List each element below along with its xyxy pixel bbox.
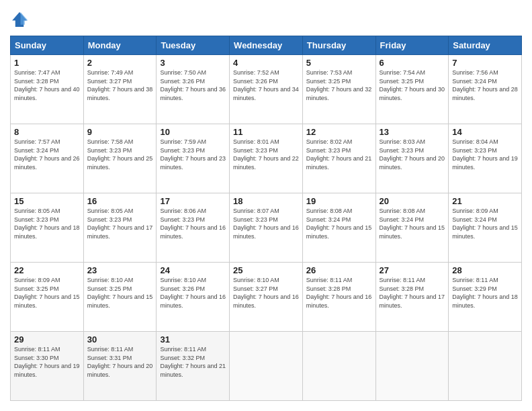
calendar-cell: 16Sunrise: 8:05 AMSunset: 3:23 PMDayligh… xyxy=(83,193,157,263)
calendar-cell: 25Sunrise: 8:10 AMSunset: 3:27 PMDayligh… xyxy=(230,263,303,332)
day-header-saturday: Saturday xyxy=(449,36,522,55)
week-row-1: 1Sunrise: 7:47 AMSunset: 3:28 PMDaylight… xyxy=(11,55,522,124)
day-detail: Sunrise: 8:07 AMSunset: 3:23 PMDaylight:… xyxy=(233,207,299,240)
calendar-cell: 9Sunrise: 7:58 AMSunset: 3:23 PMDaylight… xyxy=(83,124,157,193)
calendar-cell: 24Sunrise: 8:10 AMSunset: 3:26 PMDayligh… xyxy=(157,263,230,332)
day-detail: Sunrise: 8:11 AMSunset: 3:32 PMDaylight:… xyxy=(160,345,226,379)
logo-icon xyxy=(10,10,29,29)
calendar-cell: 14Sunrise: 8:04 AMSunset: 3:23 PMDayligh… xyxy=(449,124,522,193)
day-detail: Sunrise: 8:10 AMSunset: 3:25 PMDaylight:… xyxy=(87,276,153,310)
day-detail: Sunrise: 7:57 AMSunset: 3:24 PMDaylight:… xyxy=(14,138,80,171)
day-number: 21 xyxy=(452,196,518,206)
calendar-cell: 2Sunrise: 7:49 AMSunset: 3:27 PMDaylight… xyxy=(83,55,157,124)
calendar-cell: 21Sunrise: 8:09 AMSunset: 3:24 PMDayligh… xyxy=(449,193,522,263)
day-detail: Sunrise: 7:54 AMSunset: 3:25 PMDaylight:… xyxy=(380,68,445,102)
day-number: 16 xyxy=(87,196,153,206)
calendar-cell: 1Sunrise: 7:47 AMSunset: 3:28 PMDaylight… xyxy=(11,55,84,124)
day-number: 13 xyxy=(380,127,445,137)
day-number: 22 xyxy=(14,265,80,275)
day-number: 11 xyxy=(233,127,299,137)
week-row-3: 15Sunrise: 8:05 AMSunset: 3:23 PMDayligh… xyxy=(11,193,522,263)
day-number: 24 xyxy=(160,265,226,275)
day-detail: Sunrise: 8:10 AMSunset: 3:26 PMDaylight:… xyxy=(160,276,226,310)
calendar-cell: 18Sunrise: 8:07 AMSunset: 3:23 PMDayligh… xyxy=(230,193,303,263)
calendar-cell: 19Sunrise: 8:08 AMSunset: 3:24 PMDayligh… xyxy=(302,193,375,263)
calendar-cell: 23Sunrise: 8:10 AMSunset: 3:25 PMDayligh… xyxy=(83,263,157,332)
day-number: 1 xyxy=(14,58,80,68)
calendar-cell: 11Sunrise: 8:01 AMSunset: 3:23 PMDayligh… xyxy=(230,124,303,193)
svg-marker-1 xyxy=(21,12,28,25)
day-detail: Sunrise: 8:03 AMSunset: 3:23 PMDaylight:… xyxy=(380,138,445,171)
day-detail: Sunrise: 8:08 AMSunset: 3:24 PMDaylight:… xyxy=(306,207,372,240)
calendar-cell: 12Sunrise: 8:02 AMSunset: 3:23 PMDayligh… xyxy=(302,124,375,193)
day-number: 3 xyxy=(160,58,226,68)
day-detail: Sunrise: 8:09 AMSunset: 3:24 PMDaylight:… xyxy=(452,207,518,240)
calendar-cell: 28Sunrise: 8:11 AMSunset: 3:29 PMDayligh… xyxy=(449,263,522,332)
day-detail: Sunrise: 7:49 AMSunset: 3:27 PMDaylight:… xyxy=(87,68,153,102)
day-detail: Sunrise: 8:09 AMSunset: 3:25 PMDaylight:… xyxy=(14,276,80,310)
day-header-tuesday: Tuesday xyxy=(157,36,230,55)
calendar-header-row: SundayMondayTuesdayWednesdayThursdayFrid… xyxy=(11,36,522,55)
day-number: 29 xyxy=(14,334,80,345)
day-header-thursday: Thursday xyxy=(302,36,375,55)
day-detail: Sunrise: 8:10 AMSunset: 3:27 PMDaylight:… xyxy=(233,276,299,310)
day-number: 12 xyxy=(306,127,372,137)
day-number: 26 xyxy=(306,265,372,275)
calendar-cell: 10Sunrise: 7:59 AMSunset: 3:23 PMDayligh… xyxy=(157,124,230,193)
day-number: 28 xyxy=(452,265,518,275)
day-header-monday: Monday xyxy=(83,36,157,55)
calendar-cell: 17Sunrise: 8:06 AMSunset: 3:23 PMDayligh… xyxy=(157,193,230,263)
day-detail: Sunrise: 7:58 AMSunset: 3:23 PMDaylight:… xyxy=(87,138,153,171)
day-detail: Sunrise: 7:47 AMSunset: 3:28 PMDaylight:… xyxy=(14,68,80,102)
calendar-cell: 22Sunrise: 8:09 AMSunset: 3:25 PMDayligh… xyxy=(11,263,84,332)
day-number: 25 xyxy=(233,265,299,275)
day-detail: Sunrise: 8:11 AMSunset: 3:31 PMDaylight:… xyxy=(87,345,153,379)
day-number: 5 xyxy=(306,58,372,68)
calendar-cell: 4Sunrise: 7:52 AMSunset: 3:26 PMDaylight… xyxy=(230,55,303,124)
logo xyxy=(10,10,32,29)
calendar-table: SundayMondayTuesdayWednesdayThursdayFrid… xyxy=(10,36,522,401)
day-number: 23 xyxy=(87,265,153,275)
day-detail: Sunrise: 8:06 AMSunset: 3:23 PMDaylight:… xyxy=(160,207,226,240)
day-detail: Sunrise: 8:01 AMSunset: 3:23 PMDaylight:… xyxy=(233,138,299,171)
day-detail: Sunrise: 8:02 AMSunset: 3:23 PMDaylight:… xyxy=(306,138,372,171)
header xyxy=(10,10,522,29)
calendar-cell: 29Sunrise: 8:11 AMSunset: 3:30 PMDayligh… xyxy=(11,332,84,401)
day-detail: Sunrise: 7:50 AMSunset: 3:26 PMDaylight:… xyxy=(160,68,226,102)
day-number: 6 xyxy=(380,58,445,68)
calendar-cell: 30Sunrise: 8:11 AMSunset: 3:31 PMDayligh… xyxy=(83,332,157,401)
calendar-cell: 20Sunrise: 8:08 AMSunset: 3:24 PMDayligh… xyxy=(375,193,449,263)
day-header-friday: Friday xyxy=(375,36,449,55)
day-number: 18 xyxy=(233,196,299,206)
calendar-cell: 5Sunrise: 7:53 AMSunset: 3:25 PMDaylight… xyxy=(302,55,375,124)
calendar-cell xyxy=(230,332,303,401)
day-detail: Sunrise: 8:04 AMSunset: 3:23 PMDaylight:… xyxy=(452,138,518,171)
week-row-4: 22Sunrise: 8:09 AMSunset: 3:25 PMDayligh… xyxy=(11,263,522,332)
day-number: 8 xyxy=(14,127,80,137)
day-detail: Sunrise: 8:11 AMSunset: 3:30 PMDaylight:… xyxy=(14,345,80,379)
day-number: 19 xyxy=(306,196,372,206)
calendar-cell: 6Sunrise: 7:54 AMSunset: 3:25 PMDaylight… xyxy=(375,55,449,124)
calendar-cell xyxy=(375,332,449,401)
day-header-wednesday: Wednesday xyxy=(230,36,303,55)
day-detail: Sunrise: 7:52 AMSunset: 3:26 PMDaylight:… xyxy=(233,68,299,102)
calendar-cell: 7Sunrise: 7:56 AMSunset: 3:24 PMDaylight… xyxy=(449,55,522,124)
day-number: 7 xyxy=(452,58,518,68)
day-detail: Sunrise: 8:11 AMSunset: 3:28 PMDaylight:… xyxy=(306,276,372,310)
day-header-sunday: Sunday xyxy=(11,36,84,55)
day-detail: Sunrise: 7:59 AMSunset: 3:23 PMDaylight:… xyxy=(160,138,226,171)
day-number: 4 xyxy=(233,58,299,68)
day-number: 31 xyxy=(160,334,226,345)
calendar-cell: 26Sunrise: 8:11 AMSunset: 3:28 PMDayligh… xyxy=(302,263,375,332)
day-detail: Sunrise: 8:08 AMSunset: 3:24 PMDaylight:… xyxy=(380,207,445,240)
day-number: 27 xyxy=(380,265,445,275)
calendar-cell xyxy=(302,332,375,401)
day-number: 2 xyxy=(87,58,153,68)
day-detail: Sunrise: 8:11 AMSunset: 3:29 PMDaylight:… xyxy=(452,276,518,310)
calendar-cell xyxy=(449,332,522,401)
day-number: 30 xyxy=(87,334,153,345)
day-number: 14 xyxy=(452,127,518,137)
day-number: 15 xyxy=(14,196,80,206)
calendar-cell: 31Sunrise: 8:11 AMSunset: 3:32 PMDayligh… xyxy=(157,332,230,401)
day-number: 10 xyxy=(160,127,226,137)
